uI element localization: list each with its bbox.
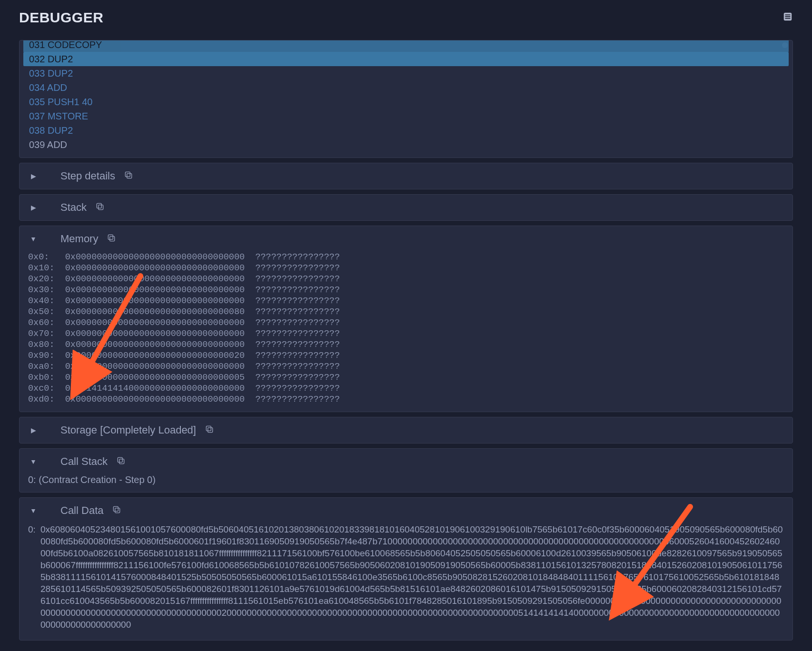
copy-icon[interactable] bbox=[108, 456, 126, 467]
call-data-content: 0: 0x608060405234801561001057600080fd5b5… bbox=[20, 523, 792, 640]
svg-rect-9 bbox=[109, 235, 113, 239]
memory-content: 0x0: 0x00000000000000000000000000000000 … bbox=[20, 252, 792, 412]
svg-rect-13 bbox=[118, 457, 122, 462]
chevron-down-icon[interactable]: ▼ bbox=[28, 235, 39, 243]
call-stack-title: Call Stack bbox=[60, 455, 108, 468]
step-details-panel[interactable]: ▶ Step details bbox=[19, 163, 793, 189]
chevron-right-icon[interactable]: ▶ bbox=[28, 204, 39, 211]
chevron-right-icon[interactable]: ▶ bbox=[28, 426, 39, 434]
copy-icon[interactable] bbox=[115, 170, 133, 182]
svg-rect-6 bbox=[99, 205, 103, 210]
opcode-row[interactable]: 033 DUP2 bbox=[23, 66, 789, 80]
opcode-row[interactable]: 035 PUSH1 40 bbox=[23, 95, 789, 109]
svg-rect-4 bbox=[127, 174, 132, 178]
copy-icon[interactable] bbox=[98, 233, 116, 245]
memory-title: Memory bbox=[60, 233, 98, 245]
call-data-title: Call Data bbox=[60, 504, 103, 517]
chevron-down-icon[interactable]: ▼ bbox=[28, 458, 39, 465]
svg-rect-2 bbox=[785, 16, 791, 17]
opcode-row[interactable]: 038 DUP2 bbox=[23, 123, 789, 138]
step-details-title: Step details bbox=[60, 170, 115, 182]
svg-rect-7 bbox=[97, 203, 101, 208]
memory-panel: ▼ Memory 0x0: 0x000000000000000000000000… bbox=[19, 226, 793, 412]
svg-rect-14 bbox=[115, 508, 120, 513]
call-data-panel: ▼ Call Data 0: 0x60806040523480156100105… bbox=[19, 497, 793, 641]
stack-title: Stack bbox=[60, 201, 87, 214]
svg-rect-3 bbox=[785, 18, 791, 19]
svg-rect-8 bbox=[110, 237, 115, 241]
opcode-list[interactable]: 031 CODECOPY032 DUP2033 DUP2034 ADD035 P… bbox=[19, 40, 793, 158]
svg-rect-11 bbox=[206, 426, 211, 431]
svg-rect-12 bbox=[119, 459, 124, 464]
call-stack-panel: ▼ Call Stack 0: (Contract Creation - Ste… bbox=[19, 448, 793, 493]
opcode-row[interactable]: 032 DUP2 bbox=[23, 52, 789, 66]
page-title: DEBUGGER bbox=[19, 10, 103, 26]
opcode-row[interactable]: 037 MSTORE bbox=[23, 109, 789, 123]
chevron-right-icon[interactable]: ▶ bbox=[28, 172, 39, 180]
copy-icon[interactable] bbox=[196, 424, 214, 436]
storage-panel[interactable]: ▶ Storage [Completely Loaded] bbox=[19, 417, 793, 444]
svg-rect-15 bbox=[114, 506, 119, 511]
copy-icon[interactable] bbox=[103, 505, 121, 516]
opcode-row[interactable]: 034 ADD bbox=[23, 80, 789, 95]
svg-rect-5 bbox=[125, 172, 130, 177]
storage-title: Storage [Completely Loaded] bbox=[60, 424, 196, 436]
info-icon[interactable] bbox=[782, 11, 793, 24]
stack-panel[interactable]: ▶ Stack bbox=[19, 194, 793, 221]
opcode-row[interactable]: 031 CODECOPY bbox=[23, 40, 789, 52]
call-stack-content: 0: (Contract Creation - Step 0) bbox=[20, 474, 792, 492]
svg-rect-10 bbox=[208, 428, 213, 433]
svg-rect-1 bbox=[785, 14, 791, 15]
opcode-row[interactable]: 039 ADD bbox=[23, 138, 789, 152]
chevron-down-icon[interactable]: ▼ bbox=[28, 507, 39, 514]
copy-icon[interactable] bbox=[87, 202, 105, 213]
